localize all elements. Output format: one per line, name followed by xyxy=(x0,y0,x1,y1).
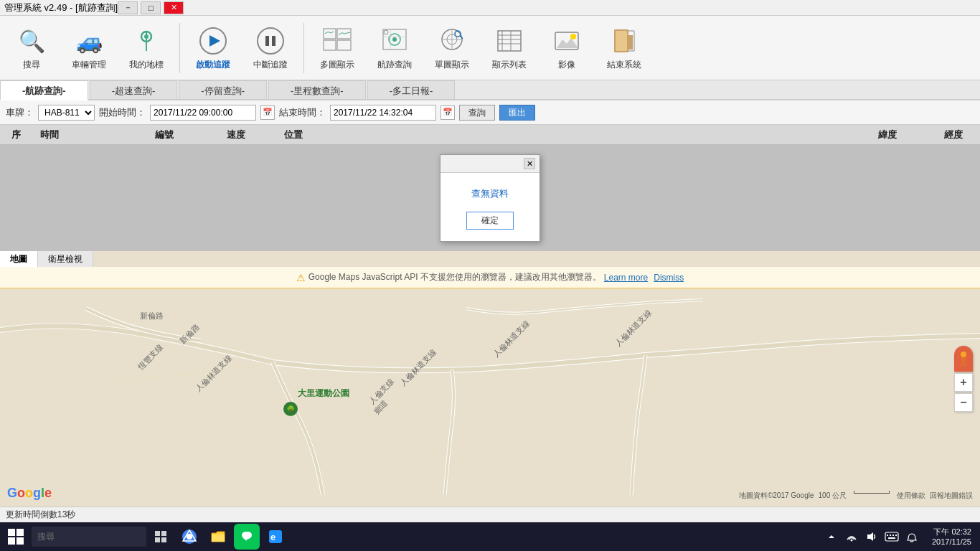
map-tab-map[interactable]: 地圖 xyxy=(0,251,38,268)
toolbar-item-track-query[interactable]: 航跡查詢 xyxy=(369,20,420,76)
svg-rect-35 xyxy=(627,35,633,50)
main-container: 🔍 搜尋 🚙 車輛管理 我的地標 xyxy=(0,16,980,522)
svg-point-14 xyxy=(392,37,397,42)
map-canvas[interactable]: 地圖 衛星檢視 ⚠ Google Maps JavaScript API 不支援… xyxy=(0,251,980,507)
svg-rect-47 xyxy=(161,531,166,536)
zoom-out-button[interactable]: − xyxy=(954,393,973,412)
use-terms-link[interactable]: 使用條款 xyxy=(897,491,925,501)
toolbar-label-search: 搜尋 xyxy=(23,60,40,70)
tray-keyboard[interactable] xyxy=(883,528,900,545)
tab-speed[interactable]: -超速查詢- xyxy=(90,80,178,99)
svg-rect-46 xyxy=(155,531,160,536)
line-icon xyxy=(239,529,255,545)
taskbar-edge[interactable]: e xyxy=(263,524,288,550)
vehicle-icon: 🚙 xyxy=(73,25,105,57)
tab-mileage[interactable]: -里程數查詢- xyxy=(268,80,366,99)
toolbar-label-single-map: 單圖顯示 xyxy=(435,60,469,70)
taskbar-explorer[interactable] xyxy=(205,524,231,550)
svg-rect-48 xyxy=(155,537,160,542)
dialog-body: 查無資料 確定 xyxy=(440,173,540,241)
map-tab-satellite[interactable]: 衛星檢視 xyxy=(38,251,93,268)
tray-arrow[interactable] xyxy=(823,528,840,545)
toolbar-item-search[interactable]: 🔍 搜尋 xyxy=(6,20,57,76)
dialog-message: 查無資料 xyxy=(452,187,528,200)
start-calendar-button[interactable]: 📅 xyxy=(260,105,275,120)
map-copyright: 地圖資料©2017 Google 100 公尺 使用條款 回報地圖錯誤 xyxy=(739,491,973,501)
export-button[interactable]: 匯出 xyxy=(499,105,535,121)
park-marker[interactable]: 🌳 xyxy=(283,402,298,416)
toolbar-item-image[interactable]: 影像 xyxy=(541,20,593,76)
track-query-icon xyxy=(379,25,410,57)
maximize-button[interactable]: □ xyxy=(141,1,161,14)
col-header-location: 位置 xyxy=(278,128,816,141)
separator-1 xyxy=(179,23,180,73)
svg-rect-43 xyxy=(961,357,966,364)
report-error-link[interactable]: 回報地圖錯誤 xyxy=(930,491,973,501)
svg-rect-24 xyxy=(498,31,521,51)
titlebar: 管理系統 v2.49 - [航跡查詢] － □ ✕ xyxy=(0,0,980,16)
tray-notification[interactable] xyxy=(903,528,920,545)
end-calendar-button[interactable]: 📅 xyxy=(440,105,455,120)
close-button[interactable]: ✕ xyxy=(164,1,184,14)
toolbar-item-start-track[interactable]: 啟動追蹤 xyxy=(187,20,239,76)
dialog-ok-button[interactable]: 確定 xyxy=(466,212,514,230)
toolbar-label-stop-track: 中斷追蹤 xyxy=(253,60,288,70)
dialog-close-button[interactable]: ✕ xyxy=(524,158,535,169)
copyright-text: 地圖資料©2017 Google xyxy=(739,491,814,501)
tab-report[interactable]: -多工日報- xyxy=(367,80,456,99)
query-button[interactable]: 查詢 xyxy=(459,105,495,121)
dismiss-link[interactable]: Dismiss xyxy=(654,273,684,283)
taskbar-view-button[interactable] xyxy=(148,524,174,550)
learn-more-link[interactable]: Learn more xyxy=(604,273,648,283)
col-header-lat: 緯度 xyxy=(816,128,903,141)
content-area: 🔍 搜尋 🚙 車輛管理 我的地標 xyxy=(0,16,980,522)
taskbar-line[interactable] xyxy=(234,524,260,550)
taskbar-search[interactable] xyxy=(32,527,146,547)
plate-select[interactable]: HAB-811 xyxy=(38,105,95,121)
notification-icon xyxy=(906,531,918,542)
querybar: 車牌： HAB-811 開始時間： 📅 結束時間： 📅 查詢 匯出 xyxy=(0,100,980,125)
start-time-input[interactable] xyxy=(150,105,256,121)
svg-point-5 xyxy=(258,28,283,54)
start-button[interactable] xyxy=(3,524,29,550)
svg-rect-49 xyxy=(161,537,166,542)
toolbar-item-landmark[interactable]: 我的地標 xyxy=(121,20,172,76)
tray-expand-icon xyxy=(827,532,836,541)
warning-text: Google Maps JavaScript API 不支援您使用的瀏覽器，建議… xyxy=(308,271,601,283)
toolbar-item-show-list[interactable]: 顯示列表 xyxy=(484,20,535,76)
col-header-lng: 經度 xyxy=(903,128,974,141)
dialog-overlay: ✕ 查無資料 確定 xyxy=(0,145,980,251)
zoom-in-button[interactable]: + xyxy=(954,373,973,392)
map-wrapper: 地圖 衛星檢視 ⚠ Google Maps JavaScript API 不支援… xyxy=(0,251,980,507)
svg-rect-62 xyxy=(895,534,897,536)
svg-point-42 xyxy=(961,352,966,357)
stop-track-icon xyxy=(255,25,286,57)
tab-stop[interactable]: -停留查詢- xyxy=(179,80,267,99)
taskbar-chrome[interactable] xyxy=(176,524,202,550)
toolbar-item-multi-map[interactable]: 多圖顯示 xyxy=(311,20,363,76)
image-icon xyxy=(551,25,583,57)
road-label-xinlun: 新倫路 xyxy=(140,311,164,321)
toolbar-item-stop-track[interactable]: 中斷追蹤 xyxy=(245,20,296,76)
toolbar-label-vehicle: 車輛管理 xyxy=(72,60,106,70)
taskbar-clock[interactable]: 下午 02:32 2017/11/25 xyxy=(926,527,977,547)
task-view-icon xyxy=(154,530,167,543)
toolbar-item-single-map[interactable]: 單圖顯示 xyxy=(426,20,478,76)
toolbar-label-exit: 結束系統 xyxy=(607,60,641,70)
tray-volume[interactable] xyxy=(863,528,880,545)
svg-text:🌳: 🌳 xyxy=(286,405,296,414)
toolbar-label-image: 影像 xyxy=(558,60,575,70)
tab-track[interactable]: -航跡查詢- xyxy=(0,80,88,100)
statusbar: 更新時間倒數13秒 xyxy=(0,507,980,522)
minimize-button[interactable]: － xyxy=(118,1,138,14)
end-time-input[interactable] xyxy=(330,105,436,121)
map-tabs: 地圖 衛星檢視 xyxy=(0,251,93,268)
toolbar-item-exit[interactable]: 結束系統 xyxy=(598,20,650,76)
search-icon: 🔍 xyxy=(16,25,47,57)
svg-rect-63 xyxy=(888,537,895,539)
svg-rect-61 xyxy=(892,534,894,536)
separator-2 xyxy=(303,23,304,73)
pegman-button[interactable] xyxy=(954,346,973,372)
toolbar-item-vehicle[interactable]: 🚙 車輛管理 xyxy=(63,20,115,76)
tray-network[interactable] xyxy=(843,528,860,545)
